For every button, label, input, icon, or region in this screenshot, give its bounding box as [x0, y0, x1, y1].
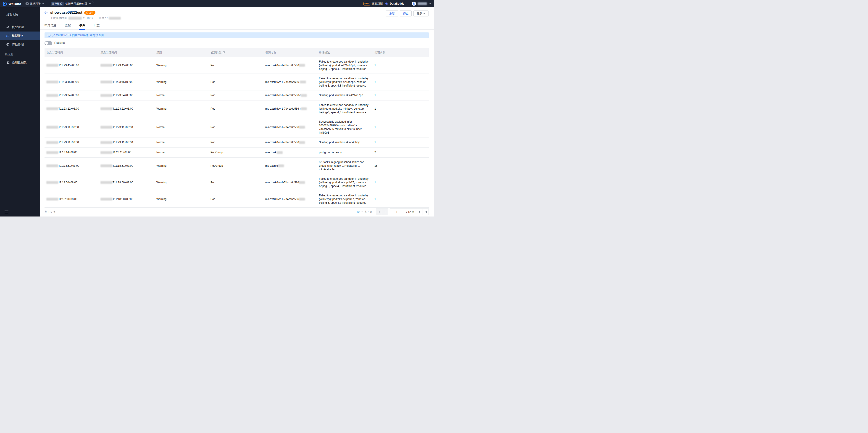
redacted-suffix — [299, 64, 305, 67]
sidebar-item-general-dataset[interactable]: 通用数据集 — [0, 58, 40, 67]
refresh-button[interactable]: 刷新 — [386, 10, 398, 17]
resource-type-cell: Pod — [211, 63, 265, 67]
first-seen-cell: 11:18:14+08:00 — [46, 151, 100, 154]
redacted-suffix — [301, 107, 307, 110]
level-cell: Warning — [156, 63, 211, 67]
redacted-creator — [109, 17, 121, 20]
sidebar-item-feature-management[interactable]: 特征管理 — [0, 40, 40, 49]
workspace-name: 机器学习最佳实践 — [65, 2, 87, 6]
first-seen-cell: 11:18:50+08:00 — [46, 197, 100, 201]
last-seen-cell: T11:23:45+08:00 — [100, 80, 156, 84]
resource-type-cell: Pod — [211, 181, 265, 184]
redacted-date — [46, 81, 58, 83]
tab-events[interactable]: 事件 — [79, 23, 85, 29]
wedata-logo: WeData — [2, 1, 21, 6]
sidebar-item-label: 模型管理 — [12, 25, 24, 29]
page-size-select[interactable]: 10 条 / 页 — [356, 210, 372, 214]
info-icon — [48, 34, 51, 37]
prev-page-button[interactable] — [382, 209, 388, 215]
level-cell: Warning — [156, 164, 211, 167]
info-alert: 只保留最近15天内发生的事件, 请尽快查阅 — [44, 32, 429, 38]
meta-line: 上次修改时间: 11:18:12 创建人: — [50, 16, 121, 20]
next-page-button[interactable] — [417, 209, 423, 215]
resource-name-cell: ms-dxzrk6vv-1-7d4cc6d586-r — [265, 93, 319, 97]
redacted-date — [46, 164, 58, 167]
per-page-label: 条 / 页 — [364, 210, 372, 214]
description-cell: Failed to create pod sandbox in underlay… — [319, 76, 374, 88]
auto-refresh-label: 自动刷新 — [54, 41, 65, 45]
redacted-suffix — [299, 181, 305, 184]
monitor-icon — [25, 2, 29, 5]
tab-overview[interactable]: 概览信息 — [44, 23, 56, 29]
sidebar: 模型实验 模型管理 模型服务 — [0, 7, 40, 216]
tab-bar: 概览信息 监控 事件 日志 — [40, 20, 434, 30]
page-header: showcase0822test 启动中 上次修改时间: 11:18:12 创建… — [40, 7, 434, 20]
col-first-seen: 首次出现时间 — [46, 51, 100, 55]
last-seen-cell: T11:18:51+08:00 — [100, 164, 156, 167]
resource-name-cell: ms-dxzrk6vv-1-7d4cc6d586 — [265, 181, 319, 184]
try-new-version-link[interactable]: 体验新版 — [372, 2, 383, 6]
sidebar-item-model-service[interactable]: 模型服务 — [0, 32, 40, 40]
redacted-username — [418, 2, 427, 5]
resource-name-cell: ms-dxzrk6vv-1-7d4cc6d586 — [265, 141, 319, 144]
stop-button[interactable]: 停止 — [400, 10, 412, 17]
product-switcher[interactable]: 数据科学 — [25, 2, 44, 6]
count-cell: 1 — [374, 197, 429, 201]
col-resource-type: 资源类型 — [211, 51, 265, 55]
level-cell: Warning — [156, 107, 211, 111]
description-cell: pod group is ready — [319, 151, 374, 154]
resource-name-cell: ms-dxzrk — [265, 151, 319, 154]
description-cell: Successfully assigned infer-100028448903… — [319, 120, 374, 134]
sidebar-item-model-management[interactable]: 模型管理 — [0, 23, 40, 32]
workspace-switcher[interactable]: 简单模式 机器学习最佳实践 — [50, 1, 94, 6]
first-seen-cell: T11:23:11+08:00 — [46, 125, 100, 129]
resource-type-cell: Pod — [211, 141, 265, 144]
tab-logs[interactable]: 日志 — [94, 23, 99, 29]
sidebar-section-datasets: 数据集 — [0, 49, 40, 58]
chevron-down-icon[interactable] — [429, 3, 431, 4]
resource-name-cell: ms-dxzrk6vv-1-7d4cc6d586 — [265, 63, 319, 67]
redacted-suffix — [277, 151, 283, 154]
last-seen-cell: T11:23:34+08:00 — [100, 93, 156, 97]
databuddy-link[interactable]: DataBuddy — [390, 2, 404, 5]
first-page-button[interactable] — [376, 209, 382, 215]
page-number-input[interactable] — [390, 209, 404, 215]
description-cell: 0/1 tasks in gang unschedulable: pod gro… — [319, 160, 374, 171]
auto-refresh-toggle[interactable] — [44, 41, 52, 45]
redacted-date — [46, 107, 58, 110]
level-cell: Normal — [156, 125, 211, 129]
last-seen-cell: T11:18:50+08:00 — [100, 197, 156, 201]
collapse-sidebar-icon[interactable] — [5, 211, 8, 213]
pager: / 12 页 — [376, 209, 429, 215]
resource-type-cell: Pod — [211, 125, 265, 129]
back-arrow-button[interactable] — [44, 11, 48, 14]
last-seen-cell: T11:23:22+08:00 — [100, 107, 156, 111]
modified-time-value: 11:18:12 — [83, 17, 93, 20]
avatar[interactable] — [412, 2, 416, 6]
level-cell: Normal — [156, 151, 211, 154]
last-page-button[interactable] — [423, 209, 429, 215]
cloud-service-icon — [6, 34, 10, 38]
redacted-date — [100, 164, 112, 167]
description-cell: Failed to create pod sandbox in underlay… — [319, 103, 374, 114]
last-seen-cell: 11:23:11+08:00 — [100, 151, 156, 154]
sidebar-item-label: 模型实验 — [6, 13, 18, 17]
sidebar-item-model-experiment[interactable]: 模型实验 — [0, 10, 40, 19]
description-cell: Failed to create pod sandbox in underlay… — [319, 177, 374, 188]
redacted-date — [46, 198, 58, 200]
table-row: 11:18:14+08:00 11:23:11+08:00 Normal Pod… — [44, 148, 429, 158]
count-cell: 1 — [374, 63, 429, 67]
more-button[interactable]: 更多 — [413, 10, 429, 17]
chevron-down-icon — [42, 3, 44, 4]
count-cell: 1 — [374, 125, 429, 129]
redacted-suffix — [299, 126, 305, 129]
col-description: 详细描述 — [319, 51, 374, 55]
level-cell: Warning — [156, 197, 211, 201]
wedata-logo-icon — [2, 1, 7, 6]
creator-label: 创建人: — [99, 16, 107, 20]
tab-monitoring[interactable]: 监控 — [65, 23, 71, 29]
first-seen-cell: T11:23:45+08:00 — [46, 63, 100, 67]
filter-funnel-icon[interactable] — [223, 51, 225, 54]
resource-type-cell: Pod — [211, 107, 265, 111]
table-row: T11:23:45+08:00 T11:23:45+08:00 Warning … — [44, 57, 429, 74]
